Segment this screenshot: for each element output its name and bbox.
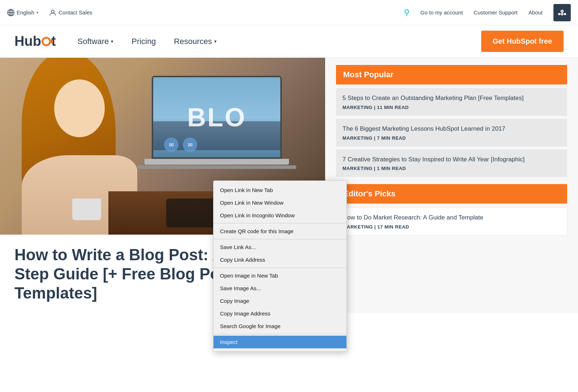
context-menu-group-1: Open Link in New Tab Open Link in New Wi… <box>213 182 346 223</box>
globe-icon <box>7 9 14 16</box>
top-bar: English ▾ Contact Sales ⚲ Go to my accou… <box>0 0 578 25</box>
editors-pick-1-title: How to Do Market Research: A Guide and T… <box>343 213 560 222</box>
editors-pick-1-meta: MARKETING | 17 MIN READ <box>343 224 560 230</box>
hubspot-logo[interactable]: Hub t <box>14 34 56 49</box>
article-card-2-meta: MARKETING | 7 MIN READ <box>342 135 561 141</box>
context-menu-save-link[interactable]: Save Link As... <box>213 241 346 253</box>
editors-picks-section: Editor's Picks How to Do Market Research… <box>336 184 567 236</box>
language-label: English <box>17 9 34 16</box>
context-menu-search-google[interactable]: Search Google for Image <box>213 320 346 332</box>
go-to-account-label: Go to my account <box>420 9 463 16</box>
editors-picks-header: Editor's Picks <box>336 184 567 204</box>
most-popular-section: Most Popular 5 Steps to Create an Outsta… <box>336 65 567 177</box>
software-chevron: ▾ <box>111 39 113 44</box>
context-menu-copy-image-address[interactable]: Copy Image Address <box>213 307 346 320</box>
main-content: BLO ✉ ✉ <box>0 58 325 313</box>
context-menu-inspect[interactable]: Inspect <box>213 336 346 348</box>
svg-point-8 <box>564 13 566 15</box>
article-card-1[interactable]: 5 Steps to Create an Outstanding Marketi… <box>336 88 567 116</box>
content-area: BLO ✉ ✉ <box>0 58 578 313</box>
article-card-2-title: The 6 Biggest Marketing Lessons HubSpot … <box>342 125 561 133</box>
top-bar-left: English ▾ Contact Sales <box>7 9 393 16</box>
context-menu-open-new-window[interactable]: Open Link in New Window <box>213 196 346 209</box>
customer-support-label: Customer Support <box>474 9 518 16</box>
contact-sales-label: Contact Sales <box>59 9 92 16</box>
context-menu-open-incognito[interactable]: Open Link in Incognito Window <box>213 209 346 222</box>
resources-label: Resources <box>174 37 212 46</box>
context-menu-copy-image[interactable]: Copy Image <box>213 295 346 307</box>
article-card-2[interactable]: The 6 Biggest Marketing Lessons HubSpot … <box>336 119 567 147</box>
svg-point-10 <box>558 13 560 15</box>
context-menu: Open Link in New Tab Open Link in New Wi… <box>213 180 347 352</box>
resources-chevron: ▾ <box>214 39 217 44</box>
context-menu-group-5: Inspect <box>213 334 346 350</box>
article-card-1-meta: MARKETING | 11 MIN READ <box>342 105 561 110</box>
laptop: BLO ✉ ✉ <box>152 76 296 169</box>
software-nav-link[interactable]: Software ▾ <box>78 37 114 46</box>
article-card-3-meta: MARKETING | 1 MIN READ <box>342 166 561 171</box>
svg-point-6 <box>561 10 563 12</box>
context-menu-group-2: Create QR code for this Image <box>213 223 346 239</box>
article-card-1-title: 5 Steps to Create an Outstanding Marketi… <box>342 94 561 103</box>
top-bar-right: ⚲ Go to my account Customer Support Abou… <box>404 4 571 21</box>
contact-sales-link[interactable]: Contact Sales <box>49 9 92 16</box>
article-card-3[interactable]: 7 Creative Strategies to Stay Inspired t… <box>336 149 567 177</box>
context-menu-copy-link[interactable]: Copy Link Address <box>213 253 346 266</box>
svg-point-4 <box>51 10 54 13</box>
editors-pick-1[interactable]: How to Do Market Research: A Guide and T… <box>336 207 567 236</box>
context-menu-group-3: Save Link As... Copy Link Address <box>213 239 346 268</box>
language-selector[interactable]: English ▾ <box>7 9 38 16</box>
context-menu-open-new-tab[interactable]: Open Link in New Tab <box>213 184 346 196</box>
context-menu-open-image[interactable]: Open Image in New Tab <box>213 269 346 282</box>
person-icon <box>49 9 56 16</box>
most-popular-header: Most Popular <box>336 65 567 84</box>
about-link[interactable]: About <box>529 9 543 16</box>
right-sidebar: Most Popular 5 Steps to Create an Outsta… <box>325 58 578 313</box>
pricing-label: Pricing <box>131 37 156 46</box>
language-chevron: ▾ <box>36 10 38 14</box>
nav-links: Software ▾ Pricing Resources ▾ Get HubSp… <box>78 31 564 52</box>
customer-support-link[interactable]: Customer Support <box>474 9 518 16</box>
about-label: About <box>529 9 543 16</box>
hubspot-icon-btn[interactable] <box>553 4 571 21</box>
get-hubspot-free-button[interactable]: Get HubSpot free <box>481 31 564 52</box>
context-menu-group-4: Open Image in New Tab Save Image As... C… <box>213 268 346 334</box>
context-menu-save-image[interactable]: Save Image As... <box>213 282 346 295</box>
pricing-nav-link[interactable]: Pricing <box>131 37 156 46</box>
main-nav: Hub t Software ▾ Pricing Resources ▾ Get… <box>0 25 578 58</box>
go-to-account-link[interactable]: Go to my account <box>420 9 463 16</box>
context-menu-qr-code[interactable]: Create QR code for this Image <box>213 225 346 238</box>
software-label: Software <box>78 37 109 46</box>
article-card-3-title: 7 Creative Strategies to Stay Inspired t… <box>342 155 561 164</box>
resources-nav-link[interactable]: Resources ▾ <box>174 37 217 46</box>
search-icon[interactable]: ⚲ <box>404 8 410 17</box>
